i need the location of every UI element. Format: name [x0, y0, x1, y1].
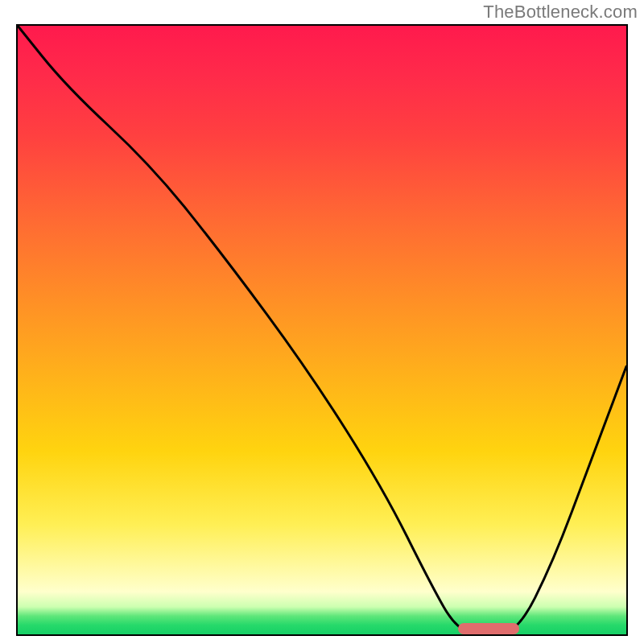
chart-plot-area: [16, 24, 628, 636]
watermark-text: TheBottleneck.com: [483, 2, 638, 23]
bottleneck-curve: [18, 26, 626, 634]
optimal-range-marker: [458, 623, 519, 634]
